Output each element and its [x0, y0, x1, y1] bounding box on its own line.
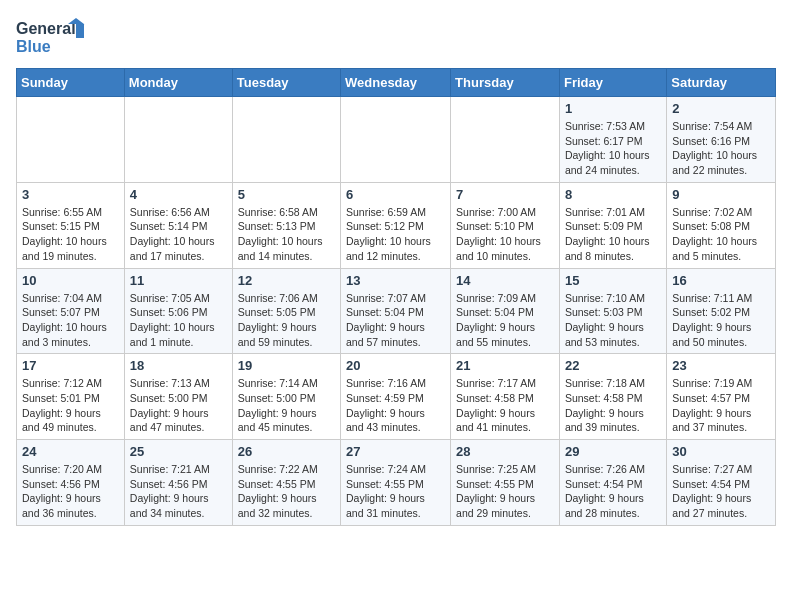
- day-number: 22: [565, 358, 661, 373]
- calendar-cell: 5Sunrise: 6:58 AM Sunset: 5:13 PM Daylig…: [232, 182, 340, 268]
- day-info: Sunrise: 7:00 AM Sunset: 5:10 PM Dayligh…: [456, 205, 554, 264]
- calendar-cell: 24Sunrise: 7:20 AM Sunset: 4:56 PM Dayli…: [17, 440, 125, 526]
- day-info: Sunrise: 7:11 AM Sunset: 5:02 PM Dayligh…: [672, 291, 770, 350]
- day-number: 21: [456, 358, 554, 373]
- calendar-cell: [232, 97, 340, 183]
- day-info: Sunrise: 7:19 AM Sunset: 4:57 PM Dayligh…: [672, 376, 770, 435]
- day-number: 11: [130, 273, 227, 288]
- day-number: 19: [238, 358, 335, 373]
- weekday-header-tuesday: Tuesday: [232, 69, 340, 97]
- day-number: 10: [22, 273, 119, 288]
- day-info: Sunrise: 7:22 AM Sunset: 4:55 PM Dayligh…: [238, 462, 335, 521]
- calendar-cell: 20Sunrise: 7:16 AM Sunset: 4:59 PM Dayli…: [341, 354, 451, 440]
- day-number: 12: [238, 273, 335, 288]
- calendar-cell: 17Sunrise: 7:12 AM Sunset: 5:01 PM Dayli…: [17, 354, 125, 440]
- calendar-cell: 6Sunrise: 6:59 AM Sunset: 5:12 PM Daylig…: [341, 182, 451, 268]
- calendar-cell: 8Sunrise: 7:01 AM Sunset: 5:09 PM Daylig…: [559, 182, 666, 268]
- logo-icon: GeneralBlue: [16, 16, 96, 56]
- day-number: 20: [346, 358, 445, 373]
- weekday-header-friday: Friday: [559, 69, 666, 97]
- calendar-week-2: 3Sunrise: 6:55 AM Sunset: 5:15 PM Daylig…: [17, 182, 776, 268]
- calendar-cell: 14Sunrise: 7:09 AM Sunset: 5:04 PM Dayli…: [451, 268, 560, 354]
- day-number: 14: [456, 273, 554, 288]
- day-number: 3: [22, 187, 119, 202]
- calendar-cell: 30Sunrise: 7:27 AM Sunset: 4:54 PM Dayli…: [667, 440, 776, 526]
- day-info: Sunrise: 7:27 AM Sunset: 4:54 PM Dayligh…: [672, 462, 770, 521]
- calendar-cell: 29Sunrise: 7:26 AM Sunset: 4:54 PM Dayli…: [559, 440, 666, 526]
- day-number: 13: [346, 273, 445, 288]
- day-number: 16: [672, 273, 770, 288]
- calendar-cell: 16Sunrise: 7:11 AM Sunset: 5:02 PM Dayli…: [667, 268, 776, 354]
- day-info: Sunrise: 7:16 AM Sunset: 4:59 PM Dayligh…: [346, 376, 445, 435]
- day-info: Sunrise: 7:12 AM Sunset: 5:01 PM Dayligh…: [22, 376, 119, 435]
- day-info: Sunrise: 6:59 AM Sunset: 5:12 PM Dayligh…: [346, 205, 445, 264]
- day-info: Sunrise: 7:20 AM Sunset: 4:56 PM Dayligh…: [22, 462, 119, 521]
- calendar-cell: 27Sunrise: 7:24 AM Sunset: 4:55 PM Dayli…: [341, 440, 451, 526]
- day-info: Sunrise: 7:25 AM Sunset: 4:55 PM Dayligh…: [456, 462, 554, 521]
- day-number: 6: [346, 187, 445, 202]
- calendar-cell: 10Sunrise: 7:04 AM Sunset: 5:07 PM Dayli…: [17, 268, 125, 354]
- calendar-cell: 25Sunrise: 7:21 AM Sunset: 4:56 PM Dayli…: [124, 440, 232, 526]
- calendar-cell: 11Sunrise: 7:05 AM Sunset: 5:06 PM Dayli…: [124, 268, 232, 354]
- calendar-cell: 28Sunrise: 7:25 AM Sunset: 4:55 PM Dayli…: [451, 440, 560, 526]
- day-number: 24: [22, 444, 119, 459]
- day-info: Sunrise: 6:55 AM Sunset: 5:15 PM Dayligh…: [22, 205, 119, 264]
- logo: GeneralBlue: [16, 16, 96, 56]
- calendar-cell: 22Sunrise: 7:18 AM Sunset: 4:58 PM Dayli…: [559, 354, 666, 440]
- day-info: Sunrise: 6:58 AM Sunset: 5:13 PM Dayligh…: [238, 205, 335, 264]
- calendar-cell: 15Sunrise: 7:10 AM Sunset: 5:03 PM Dayli…: [559, 268, 666, 354]
- calendar-cell: 3Sunrise: 6:55 AM Sunset: 5:15 PM Daylig…: [17, 182, 125, 268]
- calendar-cell: 26Sunrise: 7:22 AM Sunset: 4:55 PM Dayli…: [232, 440, 340, 526]
- calendar-cell: 1Sunrise: 7:53 AM Sunset: 6:17 PM Daylig…: [559, 97, 666, 183]
- calendar-cell: 13Sunrise: 7:07 AM Sunset: 5:04 PM Dayli…: [341, 268, 451, 354]
- day-info: Sunrise: 7:04 AM Sunset: 5:07 PM Dayligh…: [22, 291, 119, 350]
- day-info: Sunrise: 7:10 AM Sunset: 5:03 PM Dayligh…: [565, 291, 661, 350]
- calendar-week-3: 10Sunrise: 7:04 AM Sunset: 5:07 PM Dayli…: [17, 268, 776, 354]
- weekday-header-sunday: Sunday: [17, 69, 125, 97]
- day-number: 1: [565, 101, 661, 116]
- day-number: 2: [672, 101, 770, 116]
- calendar-cell: 12Sunrise: 7:06 AM Sunset: 5:05 PM Dayli…: [232, 268, 340, 354]
- day-number: 18: [130, 358, 227, 373]
- calendar-cell: [124, 97, 232, 183]
- day-number: 26: [238, 444, 335, 459]
- day-number: 4: [130, 187, 227, 202]
- calendar-cell: 9Sunrise: 7:02 AM Sunset: 5:08 PM Daylig…: [667, 182, 776, 268]
- calendar-week-4: 17Sunrise: 7:12 AM Sunset: 5:01 PM Dayli…: [17, 354, 776, 440]
- day-info: Sunrise: 7:14 AM Sunset: 5:00 PM Dayligh…: [238, 376, 335, 435]
- calendar-cell: [451, 97, 560, 183]
- day-info: Sunrise: 7:54 AM Sunset: 6:16 PM Dayligh…: [672, 119, 770, 178]
- calendar-table: SundayMondayTuesdayWednesdayThursdayFrid…: [16, 68, 776, 526]
- day-info: Sunrise: 7:09 AM Sunset: 5:04 PM Dayligh…: [456, 291, 554, 350]
- weekday-header-thursday: Thursday: [451, 69, 560, 97]
- day-number: 29: [565, 444, 661, 459]
- day-info: Sunrise: 7:17 AM Sunset: 4:58 PM Dayligh…: [456, 376, 554, 435]
- weekday-header-row: SundayMondayTuesdayWednesdayThursdayFrid…: [17, 69, 776, 97]
- day-number: 30: [672, 444, 770, 459]
- day-info: Sunrise: 7:21 AM Sunset: 4:56 PM Dayligh…: [130, 462, 227, 521]
- day-number: 17: [22, 358, 119, 373]
- calendar-cell: 2Sunrise: 7:54 AM Sunset: 6:16 PM Daylig…: [667, 97, 776, 183]
- day-info: Sunrise: 7:24 AM Sunset: 4:55 PM Dayligh…: [346, 462, 445, 521]
- day-info: Sunrise: 6:56 AM Sunset: 5:14 PM Dayligh…: [130, 205, 227, 264]
- day-number: 5: [238, 187, 335, 202]
- calendar-cell: 19Sunrise: 7:14 AM Sunset: 5:00 PM Dayli…: [232, 354, 340, 440]
- day-number: 28: [456, 444, 554, 459]
- day-info: Sunrise: 7:05 AM Sunset: 5:06 PM Dayligh…: [130, 291, 227, 350]
- calendar-cell: 4Sunrise: 6:56 AM Sunset: 5:14 PM Daylig…: [124, 182, 232, 268]
- header: GeneralBlue: [16, 16, 776, 56]
- calendar-cell: [17, 97, 125, 183]
- calendar-week-5: 24Sunrise: 7:20 AM Sunset: 4:56 PM Dayli…: [17, 440, 776, 526]
- svg-text:Blue: Blue: [16, 38, 51, 55]
- day-number: 25: [130, 444, 227, 459]
- day-number: 27: [346, 444, 445, 459]
- page: GeneralBlue SundayMondayTuesdayWednesday…: [0, 0, 792, 542]
- day-info: Sunrise: 7:13 AM Sunset: 5:00 PM Dayligh…: [130, 376, 227, 435]
- day-number: 7: [456, 187, 554, 202]
- calendar-cell: 21Sunrise: 7:17 AM Sunset: 4:58 PM Dayli…: [451, 354, 560, 440]
- day-number: 8: [565, 187, 661, 202]
- calendar-cell: 23Sunrise: 7:19 AM Sunset: 4:57 PM Dayli…: [667, 354, 776, 440]
- day-info: Sunrise: 7:01 AM Sunset: 5:09 PM Dayligh…: [565, 205, 661, 264]
- calendar-cell: 7Sunrise: 7:00 AM Sunset: 5:10 PM Daylig…: [451, 182, 560, 268]
- calendar-week-1: 1Sunrise: 7:53 AM Sunset: 6:17 PM Daylig…: [17, 97, 776, 183]
